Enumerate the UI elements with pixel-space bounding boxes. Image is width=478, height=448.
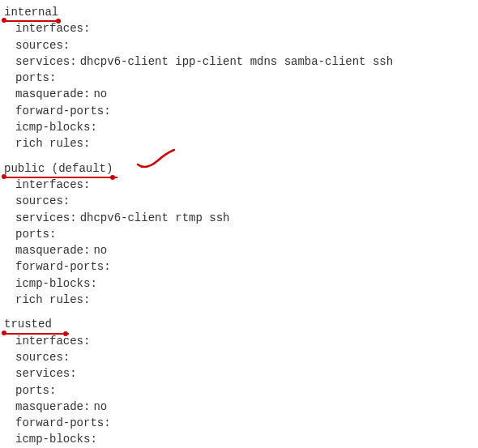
field-value [97,277,100,290]
field-interfaces: interfaces: [15,177,478,193]
field-label: ports: [15,384,56,397]
zone-name: trusted [4,318,52,331]
field-value [97,121,100,134]
field-value [56,71,59,84]
checkmark-icon [134,148,182,177]
dot-icon [63,331,68,336]
field-value [90,293,93,306]
field-value [70,194,73,207]
field-services: services:dhcpv6-client rtmp ssh [15,210,478,226]
field-value: no [90,400,107,413]
field-forward-ports: forward-ports: [15,415,478,431]
field-interfaces: interfaces: [15,20,478,36]
field-sources: sources: [15,349,478,365]
field-value [97,433,100,446]
field-label: forward-ports: [15,416,111,429]
field-masquerade: masquerade:no [15,86,478,102]
field-value [77,367,80,380]
dot-icon [2,331,6,335]
zone-body: interfaces: sources: services:dhcpv6-cli… [4,177,478,308]
field-services: services: [15,365,478,382]
field-label: interfaces: [15,178,90,191]
field-value: dhcpv6-client rtmp ssh [77,211,230,224]
field-forward-ports: forward-ports: [15,258,478,275]
field-forward-ports: forward-ports: [15,103,478,119]
field-value [90,178,93,191]
field-value: no [90,87,107,100]
field-value [111,260,114,273]
field-value [90,137,93,150]
field-label: sources: [15,39,70,52]
zone-name: public (default) [4,162,113,175]
field-value [56,384,59,397]
field-label: masquerade: [15,87,90,100]
zone-trusted: trusted interfaces: sources: services: p… [4,316,478,448]
field-ports: ports: [15,382,478,399]
field-services: services:dhcpv6-client ipp-client mdns s… [15,53,478,70]
field-label: sources: [15,194,70,207]
field-label: icmp-blocks: [15,433,97,446]
field-label: interfaces: [15,335,90,348]
field-value [111,416,114,429]
zone-header-internal: internal [4,4,58,20]
field-ports: ports: [15,70,478,86]
zone-header-public: public (default) [4,160,113,177]
field-masquerade: masquerade:no [15,399,478,415]
field-label: forward-ports: [15,105,111,117]
field-value: no [90,244,107,257]
field-value [90,335,93,348]
field-label: icmp-blocks: [15,121,97,134]
field-label: rich rules: [15,293,90,306]
field-label: ports: [15,71,56,84]
zone-name: internal [4,6,58,19]
zone-body: interfaces: sources: services: ports: ma… [4,333,478,448]
zone-body: interfaces: sources: services:dhcpv6-cli… [4,20,478,151]
field-icmp-blocks: icmp-blocks: [15,119,478,135]
field-icmp-blocks: icmp-blocks: [15,275,478,292]
underline-annotation [4,20,61,22]
field-label: services: [15,211,77,224]
field-label: icmp-blocks: [15,277,97,290]
field-value [70,39,73,52]
field-label: rich rules: [15,137,90,150]
field-value [56,228,59,241]
field-rich-rules: rich rules: [15,292,478,308]
zone-public: public (default) interfaces: sources: se… [4,160,478,309]
field-sources: sources: [15,193,478,209]
field-label: services: [15,367,77,380]
field-value: dhcpv6-client ipp-client mdns samba-clie… [77,55,393,68]
field-value [111,105,114,117]
dot-icon [2,174,6,179]
field-sources: sources: [15,37,478,53]
zone-header-trusted: trusted [4,316,52,332]
field-ports: ports: [15,226,478,242]
field-rich-rules: rich rules: [15,135,478,151]
field-label: interfaces: [15,22,90,35]
field-value [90,22,93,35]
underline-annotation [4,333,69,335]
zone-internal: internal interfaces: sources: services:d… [4,4,478,152]
underline-annotation [4,177,117,178]
field-value [70,351,73,364]
field-interfaces: interfaces: [15,333,478,349]
field-label: sources: [15,351,70,364]
field-label: ports: [15,228,56,241]
field-label: forward-ports: [15,260,111,273]
field-label: services: [15,55,77,68]
field-label: masquerade: [15,400,90,413]
field-icmp-blocks: icmp-blocks: [15,431,478,447]
field-masquerade: masquerade:no [15,242,478,258]
field-label: masquerade: [15,244,90,257]
